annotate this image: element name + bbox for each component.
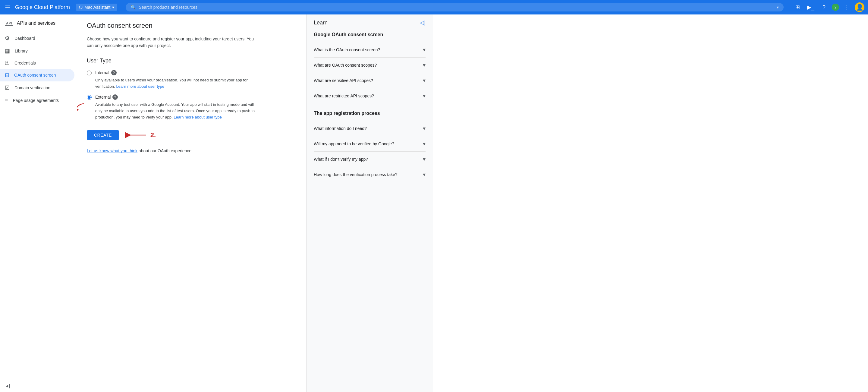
internal-radio[interactable] [87, 70, 92, 76]
page-usage-icon: ≡ [5, 97, 8, 103]
internal-label-row: Internal ? [95, 70, 258, 76]
faq-question-2: What are OAuth consent scopes? [314, 63, 423, 67]
user-type-section-title: User Type [87, 58, 296, 64]
external-label[interactable]: External [95, 95, 111, 99]
faq-question-1: What is the OAuth consent screen? [314, 47, 423, 52]
internal-description: Only available to users within your orga… [95, 77, 258, 90]
reg-faq-question-2: Will my app need to be verified by Googl… [314, 142, 423, 146]
search-input[interactable] [138, 5, 774, 10]
faq-item-3[interactable]: What are sensitive API scopes? ▾ [314, 73, 426, 88]
more-options-icon[interactable]: ⋮ [841, 2, 852, 13]
reg-faq-item-4[interactable]: How long does the verification process t… [314, 167, 426, 182]
credentials-icon: ⚿ [5, 60, 10, 66]
reg-faq-chevron-4: ▾ [423, 171, 426, 178]
create-section: CREATE 2. [87, 129, 296, 141]
sidebar-item-page-usage[interactable]: ≡ Page usage agreements [0, 94, 74, 107]
registration-section-title: The app registration process [314, 111, 426, 116]
notification-badge[interactable]: 2 [832, 4, 839, 11]
search-bar[interactable]: 🔍 ▾ [126, 3, 784, 11]
faq-item-1[interactable]: What is the OAuth consent screen? ▾ [314, 42, 426, 58]
reg-faq-question-3: What if I don't verify my app? [314, 157, 423, 162]
project-icon: ⬡ [79, 5, 83, 10]
sidebar-header: API APIs and services [0, 17, 77, 30]
main-content: OAuth consent screen Choose how you want… [77, 14, 306, 392]
learn-panel-header: Learn ◁| [314, 19, 426, 26]
learn-section-title: Google OAuth consent screen [314, 32, 426, 37]
reg-faq-question-4: How long does the verification process t… [314, 172, 423, 177]
sidebar-item-dashboard[interactable]: ⚙ Dashboard [0, 32, 74, 44]
sidebar-item-credentials[interactable]: ⚿ Credentials [0, 57, 74, 69]
sidebar-title: APIs and services [17, 21, 56, 26]
help-icon[interactable]: ? [818, 2, 830, 13]
create-button[interactable]: CREATE [87, 130, 119, 140]
brand-name: Google Cloud Platform [15, 4, 70, 10]
user-type-options: Internal ? Only available to users withi… [87, 70, 296, 121]
page-container: API APIs and services ⚙ Dashboard ▦ Libr… [0, 14, 868, 392]
external-option: External ? Available to any test user wi… [87, 94, 296, 120]
internal-help-icon[interactable]: ? [111, 70, 117, 76]
reg-faq-item-3[interactable]: What if I don't verify my app? ▾ [314, 152, 426, 167]
sidebar-nav: ⚙ Dashboard ▦ Library ⚿ Credentials ⊟ OA… [0, 30, 77, 109]
dashboard-icon: ⚙ [5, 35, 10, 41]
search-icon: 🔍 [130, 5, 135, 10]
external-radio[interactable] [87, 95, 92, 100]
internal-option: Internal ? Only available to users withi… [87, 70, 296, 90]
external-label-row: External ? [95, 94, 258, 100]
project-name: Mac Assistant [84, 5, 110, 10]
top-navigation: ☰ Google Cloud Platform ⬡ Mac Assistant … [0, 0, 868, 14]
faq-chevron-1: ▾ [423, 47, 426, 53]
page-title: OAuth consent screen [87, 22, 296, 30]
sidebar-item-domain-verification[interactable]: ☑ Domain verification [0, 82, 74, 94]
internal-learn-more-link[interactable]: Learn more about user type [116, 84, 164, 89]
sidebar-item-label: OAuth consent screen [14, 73, 56, 78]
faq-chevron-4: ▾ [423, 93, 426, 99]
external-learn-more-link[interactable]: Learn more about user type [174, 115, 222, 119]
faq-question-4: What are restricted API scopes? [314, 93, 423, 98]
external-description: Available to any test user with a Google… [95, 101, 258, 120]
reg-faq-item-1[interactable]: What information do I need? ▾ [314, 121, 426, 136]
feedback-link[interactable]: Let us know what you think [87, 148, 137, 153]
annotation-arrow-2 [125, 129, 149, 141]
reg-faq-item-2[interactable]: Will my app need to be verified by Googl… [314, 136, 426, 152]
reg-faq-chevron-1: ▾ [423, 125, 426, 132]
faq-question-3: What are sensitive API scopes? [314, 78, 423, 83]
faq-chevron-2: ▾ [423, 62, 426, 68]
sidebar-collapse-button[interactable]: ◄| [0, 380, 77, 392]
feedback-text: Let us know what you think about our OAu… [87, 148, 296, 153]
sidebar-item-library[interactable]: ▦ Library [0, 44, 74, 57]
sidebar-item-label: Page usage agreements [13, 98, 59, 103]
menu-icon[interactable]: ☰ [4, 2, 11, 12]
oauth-icon: ⊟ [5, 72, 9, 79]
apps-icon[interactable]: ⊞ [792, 2, 803, 13]
external-option-container: External ? Available to any test user wi… [87, 94, 296, 120]
chevron-down-icon: ▾ [112, 5, 114, 10]
domain-icon: ☑ [5, 84, 10, 91]
faq-item-4[interactable]: What are restricted API scopes? ▾ [314, 88, 426, 103]
project-selector[interactable]: ⬡ Mac Assistant ▾ [76, 4, 117, 11]
faq-item-2[interactable]: What are OAuth consent scopes? ▾ [314, 58, 426, 73]
reg-faq-question-1: What information do I need? [314, 126, 423, 131]
terminal-icon[interactable]: ▶_ [805, 2, 816, 13]
annotation-arrow-1 [77, 102, 87, 117]
annotation-2: 2. [125, 129, 156, 141]
external-help-icon[interactable]: ? [113, 94, 118, 100]
learn-panel: Learn ◁| Google OAuth consent screen Wha… [306, 14, 433, 392]
internal-label[interactable]: Internal [95, 70, 110, 75]
sidebar-item-label: Credentials [14, 61, 36, 65]
collapse-icon: ◄| [5, 384, 10, 388]
annotation-number-2: 2. [150, 131, 156, 139]
learn-title: Learn [314, 20, 328, 26]
reg-faq-chevron-3: ▾ [423, 156, 426, 162]
learn-panel-collapse-icon[interactable]: ◁| [420, 19, 426, 26]
annotation-1: 1. [77, 94, 87, 117]
avatar[interactable]: 👤 [855, 2, 864, 12]
sidebar-item-oauth-consent[interactable]: ⊟ OAuth consent screen [0, 69, 74, 82]
search-chevron-icon: ▾ [777, 5, 779, 10]
reg-faq-chevron-2: ▾ [423, 141, 426, 147]
nav-icons: ⊞ ▶_ ? 2 ⋮ 👤 [792, 2, 864, 13]
registration-faq-list: What information do I need? ▾ Will my ap… [314, 121, 426, 182]
sidebar-item-label: Library [15, 49, 28, 53]
library-icon: ▦ [5, 48, 10, 54]
api-badge: API [5, 21, 13, 26]
sidebar: API APIs and services ⚙ Dashboard ▦ Libr… [0, 14, 77, 392]
